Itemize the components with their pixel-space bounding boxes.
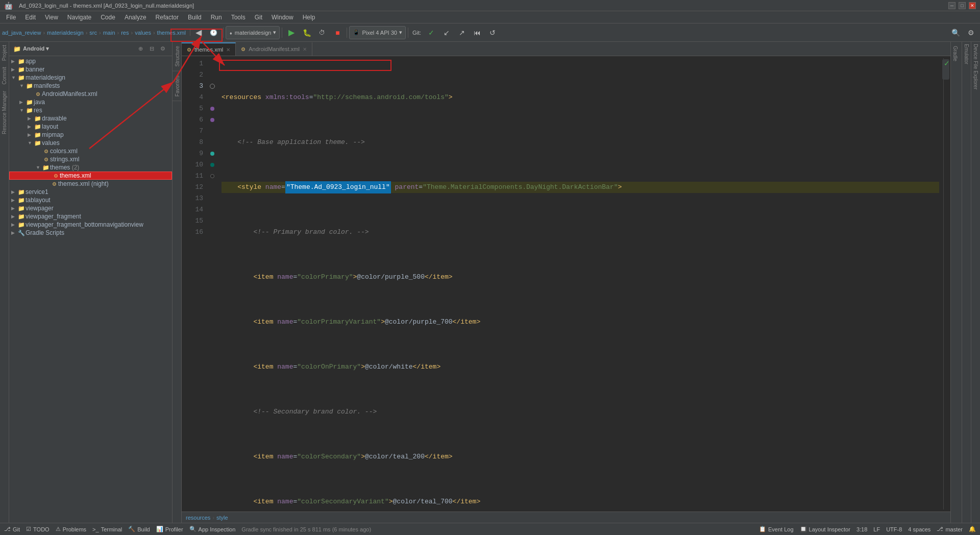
menu-refactor[interactable]: Refactor: [152, 13, 183, 22]
code-editor[interactable]: 1 2 3 4 5 6 7 8 9 10 11 12 13 14 15 16: [182, 56, 950, 512]
debug-button[interactable]: 🐛: [300, 26, 314, 40]
nav-breadcrumb-material[interactable]: materialdesign: [47, 30, 84, 36]
menu-view[interactable]: View: [41, 13, 62, 22]
status-line-col[interactable]: 3:18: [856, 526, 867, 532]
color-dot-teal-700[interactable]: [210, 163, 214, 167]
tab-themes-xml-close[interactable]: ✕: [226, 47, 230, 53]
nav-breadcrumb-res[interactable]: res: [121, 30, 129, 36]
tree-item-java[interactable]: ▶ 📁 java: [9, 98, 172, 106]
menu-build[interactable]: Build: [184, 13, 206, 22]
nav-breadcrumb-values[interactable]: values: [135, 30, 151, 36]
menu-run[interactable]: Run: [207, 13, 226, 22]
project-tab[interactable]: Project: [1, 42, 8, 64]
code-content[interactable]: <resources xmlns:tools="http://schemas.a…: [217, 58, 943, 509]
status-profiler[interactable]: 📊 Profiler: [156, 526, 183, 532]
status-git[interactable]: ⎇ Git: [4, 526, 20, 532]
status-git-branch[interactable]: ⎇ master: [937, 526, 963, 532]
tree-item-themes-xml-night[interactable]: ▶ ⚙ themes.xml (night): [9, 180, 172, 188]
menu-code[interactable]: Code: [96, 13, 119, 22]
status-terminal[interactable]: >_ Terminal: [92, 526, 122, 532]
tree-item-values[interactable]: ▼ 📁 values: [9, 139, 172, 147]
tree-item-themes-xml[interactable]: ▶ ⚙ themes.xml: [9, 172, 172, 180]
status-lf[interactable]: LF: [873, 526, 880, 532]
tree-item-service1[interactable]: ▶ 📁 service1: [9, 188, 172, 196]
run-button[interactable]: ▶: [284, 26, 299, 40]
device-file-explorer-tab[interactable]: Device File Explorer: [972, 42, 979, 91]
status-layout-inspector[interactable]: 🔲 Layout Inspector: [800, 526, 850, 532]
resource-manager-tab[interactable]: Resource Manager: [1, 88, 8, 137]
minimize-button[interactable]: ─: [948, 2, 955, 9]
tree-item-layout[interactable]: ▶ 📁 layout: [9, 123, 172, 131]
breadcrumb-resources[interactable]: resources: [186, 515, 210, 521]
menu-window[interactable]: Window: [267, 13, 298, 22]
back-button[interactable]: ◀: [191, 26, 206, 40]
color-dot-purple-700[interactable]: [210, 118, 214, 122]
tree-item-app[interactable]: ▶ 📁 app: [9, 57, 172, 65]
status-encoding[interactable]: UTF-8: [886, 526, 902, 532]
tree-item-gradle[interactable]: ▶ 🔧 Gradle Scripts: [9, 229, 172, 237]
tree-item-strings[interactable]: ▶ ⚙ strings.xml: [9, 155, 172, 163]
status-notifications[interactable]: 🔔: [969, 526, 976, 532]
status-todo[interactable]: ☑ TODO: [26, 526, 50, 532]
status-build[interactable]: 🔨 Build: [128, 526, 150, 532]
menu-analyze[interactable]: Analyze: [120, 13, 151, 22]
tab-androidmanifest[interactable]: ⚙ AndroidManifest.xml ✕: [236, 42, 312, 56]
color-dot-black[interactable]: [210, 174, 214, 178]
panel-sync-btn[interactable]: ⊕: [135, 44, 145, 54]
color-dot-teal-200[interactable]: [210, 152, 214, 156]
menu-git[interactable]: Git: [251, 13, 266, 22]
emulator-tab[interactable]: Emulator: [963, 42, 970, 66]
project-dropdown[interactable]: ⬧ materialdesign ▾: [226, 26, 280, 39]
tab-themes-xml[interactable]: ⚙ themes.xml ✕: [182, 42, 236, 56]
status-indent[interactable]: 4 spaces: [908, 526, 930, 532]
nav-breadcrumb-src[interactable]: src: [89, 30, 97, 36]
tree-item-res[interactable]: ▼ 📁 res: [9, 106, 172, 114]
gradle-tab[interactable]: Gradle: [951, 42, 962, 65]
panel-settings-btn[interactable]: ⚙: [158, 44, 168, 54]
git-revert-button[interactable]: ↺: [485, 26, 500, 40]
structure-tab[interactable]: Structure: [173, 42, 181, 71]
tree-item-colors[interactable]: ▶ ⚙ colors.xml: [9, 147, 172, 155]
tree-item-androidmanifest[interactable]: ▶ ⚙ AndroidManifest.xml: [9, 90, 172, 98]
git-push-button[interactable]: ↗: [455, 26, 469, 40]
maximize-button[interactable]: □: [959, 2, 966, 9]
close-button[interactable]: ✕: [969, 2, 976, 9]
tree-item-viewpager-bottom[interactable]: ▶ 📁 viewpager_fragment_bottomnavigationv…: [9, 221, 172, 229]
nav-breadcrumb-ad[interactable]: ad_java_review: [2, 30, 41, 36]
git-check-button[interactable]: ✓: [424, 26, 438, 40]
menu-help[interactable]: Help: [299, 13, 320, 22]
status-event-log[interactable]: 📋 Event Log: [759, 526, 794, 532]
breadcrumb-style[interactable]: style: [216, 515, 228, 521]
tree-item-tablayout[interactable]: ▶ 📁 tablayout: [9, 196, 172, 204]
tree-item-viewpager-fragment[interactable]: ▶ 📁 viewpager_fragment: [9, 212, 172, 221]
search-button[interactable]: 🔍: [948, 26, 963, 40]
tab-androidmanifest-close[interactable]: ✕: [303, 46, 307, 52]
status-problems[interactable]: ⚠ Problems: [56, 526, 86, 532]
menu-file[interactable]: File: [2, 13, 20, 22]
favorites-tab[interactable]: Favorites: [173, 71, 181, 101]
menu-edit[interactable]: Edit: [21, 13, 40, 22]
git-update-button[interactable]: ↙: [439, 26, 454, 40]
vertical-scrollbar[interactable]: ✓: [943, 58, 950, 509]
tree-item-manifests[interactable]: ▼ 📁 manifests: [9, 82, 172, 90]
tree-item-materialdesign[interactable]: ▼ 📁 materialdesign: [9, 74, 172, 82]
profile-button[interactable]: ⏱: [315, 26, 329, 40]
tree-item-drawable[interactable]: ▶ 📁 drawable: [9, 114, 172, 123]
menu-navigate[interactable]: Navigate: [63, 13, 95, 22]
commit-tab[interactable]: Commit: [1, 64, 8, 87]
tree-item-banner[interactable]: ▶ 📁 banner: [9, 65, 172, 74]
panel-collapse-btn[interactable]: ⊟: [146, 44, 157, 54]
status-app-inspection[interactable]: 🔍 App Inspection: [189, 526, 236, 532]
color-dot-purple-500[interactable]: [210, 107, 214, 111]
stop-button[interactable]: ■: [330, 26, 345, 40]
tree-item-themes-folder[interactable]: ▼ 📁 themes (2): [9, 163, 172, 172]
device-dropdown[interactable]: 📱 Pixel 4 API 30 ▾: [349, 26, 406, 39]
nav-breadcrumb-main[interactable]: main: [103, 30, 115, 36]
git-history-button[interactable]: ⏮: [470, 26, 484, 40]
settings-button[interactable]: ⚙: [964, 26, 978, 40]
tree-item-viewpager[interactable]: ▶ 📁 viewpager: [9, 204, 172, 212]
menu-tools[interactable]: Tools: [227, 13, 250, 22]
tree-item-mipmap[interactable]: ▶ 📁 mipmap: [9, 131, 172, 139]
nav-breadcrumb-themes[interactable]: themes.xml: [157, 30, 186, 36]
recent-files-button[interactable]: 🕐: [207, 26, 221, 40]
